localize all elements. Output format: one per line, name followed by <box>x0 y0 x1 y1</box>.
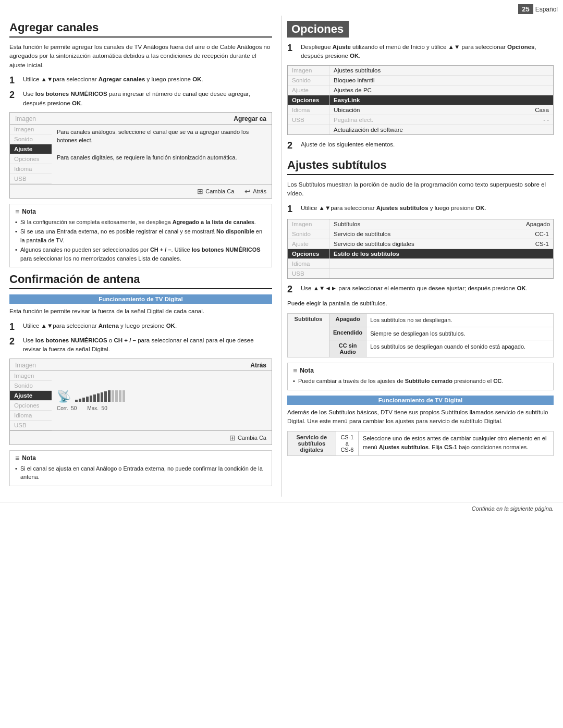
ant-item-opciones[interactable]: Opciones <box>10 401 52 411</box>
sub-left-imagen: Imagen <box>288 219 329 229</box>
ant-header-right: Atrás <box>250 362 266 369</box>
ajsub-note-label: Nota <box>300 367 314 374</box>
opt-center-software: Actualización del software <box>329 125 522 134</box>
antenna-signal-area: 📡 <box>52 371 272 430</box>
step-number-1: 1 <box>9 75 21 87</box>
note-label: Nota <box>22 208 36 215</box>
note-item-3: Algunos canales no pueden ser selecciona… <box>15 245 266 263</box>
ant-footer-cambia: ⊞ Cambia Ca <box>229 434 266 442</box>
service-val: CS-1 aCS-6 <box>336 431 358 456</box>
opciones-step-num-1: 1 <box>287 43 299 54</box>
menu-item-idioma[interactable]: Idioma <box>10 164 52 174</box>
opt-right-1 <box>522 66 553 75</box>
choice-encendido-desc: Siempre se despliegan los subtítulos. <box>366 327 554 340</box>
bar-13 <box>119 390 121 402</box>
choice-cc-desc: Los subtítulos se despliegan cuando el s… <box>366 340 554 357</box>
opt-left-opciones[interactable]: Opciones <box>288 95 329 105</box>
opt-row-software: Actualización del software <box>288 125 553 134</box>
confirmacion-intro: Esta función le permite revisar la fuerz… <box>9 307 272 316</box>
menu-item-opciones[interactable]: Opciones <box>10 154 52 164</box>
bar-6 <box>93 394 96 402</box>
opt-center-bloqueo: Bloqueo infantil <box>329 76 522 85</box>
signal-labels: Corr. 50 Max. 50 <box>57 405 107 411</box>
sub-right-cc1: CC-1 <box>522 229 553 239</box>
opt-row-ajuste: Ajuste Ajustes de PC <box>288 85 553 95</box>
sub-left-idioma: Idioma <box>288 259 329 268</box>
sub-center-6 <box>329 269 522 278</box>
menu-item-ajuste[interactable]: Ajuste <box>10 144 52 154</box>
ant-item-ajuste[interactable]: Ajuste <box>10 391 52 401</box>
opt-center-ubicacion: Ubicación <box>329 105 522 115</box>
ant-item-usb[interactable]: USB <box>10 421 52 430</box>
choice-cc: CC sin Audio <box>329 340 366 357</box>
confirmacion-note-box: ≡ Nota Si el canal se ajusta en canal An… <box>9 450 272 486</box>
corr-label: Corr. 50 <box>57 405 77 411</box>
conf-note-label: Nota <box>22 454 36 462</box>
sub-left-ajuste: Ajuste <box>288 239 329 249</box>
conf-step-num-2: 2 <box>9 336 21 348</box>
opciones-step-1: 1 Despliegue Ajuste utilizando el menú d… <box>287 43 554 61</box>
ajsub-step-1: 1 Utilice ▲▼para seleccionar Ajustes sub… <box>287 204 554 215</box>
ajsub-note-icon: ≡ <box>293 366 297 375</box>
opt-right-3 <box>522 85 553 95</box>
opt-right-2 <box>522 76 553 85</box>
confirmacion-section: Confirmación de antena Funcionamiento de… <box>9 273 272 486</box>
bar-10 <box>108 390 111 402</box>
ant-menu-body: Imagen Sonido Ajuste Opciones Idioma USB… <box>10 371 272 430</box>
ant-item-sonido: Sonido <box>10 381 52 391</box>
agregar-step-2: 2 Use los botones NUMÉRICOS para ingresa… <box>9 90 272 108</box>
opciones-step-1-text: Despliegue Ajuste utilizando el menú de … <box>301 43 554 61</box>
agregar-canales-section: Agregar canales Esta función le permite … <box>9 21 272 267</box>
ant-item-idioma[interactable]: Idioma <box>10 411 52 421</box>
sub-row-opciones[interactable]: Opciones Estilo de los subtítulos <box>288 249 553 259</box>
menu-footer: ⊞ Cambia Ca ↩ Atrás <box>10 184 272 198</box>
opt-center-easylink: EasyLink <box>329 95 522 105</box>
step-2-text: Use los botones NUMÉRICOS para ingresar … <box>23 90 272 108</box>
conf-step-2-text: Use los botones NUMÉRICOS o CH + / – par… <box>23 336 272 354</box>
opt-right-4 <box>522 95 553 105</box>
opt-row-opciones[interactable]: Opciones EasyLink <box>288 95 553 105</box>
sub-center-servicio: Servicio de subtítulos <box>329 229 522 239</box>
note-icon: ≡ <box>15 207 19 216</box>
ajsub-step-num-2: 2 <box>287 284 299 295</box>
menu-item-imagen: Imagen <box>10 125 52 134</box>
opt-right-6: - - <box>522 115 553 125</box>
footer-atras: ↩ Atrás <box>244 187 266 195</box>
opt-left-idioma: Idioma <box>288 105 329 115</box>
opt-left-usb: USB <box>288 115 329 125</box>
sub-left-sonido: Sonido <box>288 229 329 239</box>
step-1-text: Utilice ▲▼para seleccionar Agregar canal… <box>23 75 203 84</box>
menu-header: Imagen Agregar ca <box>10 113 272 125</box>
menu-body: Imagen Sonido Ajuste Opciones Idioma USB… <box>10 125 272 184</box>
conf-step-1-text: Utilice ▲▼para seleccionar Antena y lueg… <box>23 322 177 330</box>
conf-note-icon: ≡ <box>15 454 19 462</box>
ajsub-step-1-text: Utilice ▲▼para seleccionar Ajustes subtí… <box>301 204 486 213</box>
sub-row-imagen: Imagen Subtítulos Apagado <box>288 219 553 229</box>
choice-encendido: Encendido <box>329 327 366 340</box>
note-item-2: Si se usa una Entrada externa, no es pos… <box>15 227 266 244</box>
choice-apagado-desc: Los subtítulos no se despliegan. <box>366 314 554 327</box>
choice-apagado: Apagado <box>329 314 366 327</box>
confirmacion-title: Confirmación de antena <box>9 273 272 289</box>
ant-item-imagen: Imagen <box>10 371 52 381</box>
conf-note-item-1: Si el canal se ajusta en canal Análogo o… <box>15 464 266 482</box>
opt-center-pegatina: Pegatina elect. <box>329 115 522 125</box>
opciones-section: Opciones 1 Despliegue Ajuste utilizando … <box>287 21 554 151</box>
subtitulos-menu-box: Imagen Subtítulos Apagado Sonido Servici… <box>287 219 554 279</box>
opt-right-5: Casa <box>522 105 553 115</box>
sub-row-ajuste: Ajuste Servicio de subtítulos digitales … <box>288 239 553 249</box>
note-header: ≡ Nota <box>15 207 266 216</box>
ant-menu-items: Imagen Sonido Ajuste Opciones Idioma USB <box>10 371 52 430</box>
opt-left-ajuste: Ajuste <box>288 85 329 95</box>
sub-right-6 <box>522 269 553 278</box>
opt-row-usb: USB Pegatina elect. - - <box>288 115 553 125</box>
sub-left-opciones[interactable]: Opciones <box>288 249 329 258</box>
grid-icon: ⊞ <box>197 187 203 195</box>
footer-cambia: ⊞ Cambia Ca <box>197 187 234 195</box>
menu-item-sonido: Sonido <box>10 134 52 144</box>
bar-3 <box>82 398 85 402</box>
bar-8 <box>101 392 103 402</box>
menu-item-usb[interactable]: USB <box>10 174 52 184</box>
service-desc: Seleccione uno de estos antes de cambiar… <box>359 431 554 456</box>
opciones-step-2-text: Ajuste de los siguientes elementos. <box>301 140 395 149</box>
